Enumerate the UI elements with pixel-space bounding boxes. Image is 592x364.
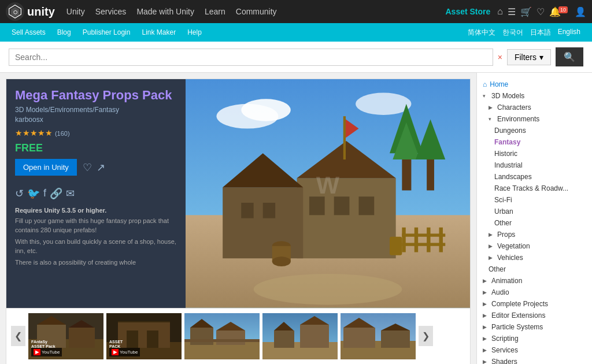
svg-rect-25 <box>415 228 418 252</box>
account-icon[interactable]: ☰ <box>508 6 516 17</box>
thumb-next-button[interactable]: ❯ <box>419 326 433 346</box>
link-maker-link[interactable]: Link Maker <box>142 28 176 36</box>
product-stars: ★★★★★ (160) <box>15 128 177 138</box>
thumbnail-4[interactable] <box>262 313 338 359</box>
sidebar-fantasy-label: Fantasy <box>494 138 520 146</box>
refresh-icon[interactable]: ↺ <box>15 187 24 200</box>
sell-assets-link[interactable]: Sell Assets <box>12 28 46 36</box>
lang-en[interactable]: English <box>558 28 580 38</box>
sidebar-other-env[interactable]: Other <box>477 217 592 229</box>
product-info-panel: Mega Fantasy Props Pack 3D Models/Enviro… <box>6 79 186 308</box>
svg-rect-13 <box>297 178 396 258</box>
sidebar-fantasy[interactable]: Fantasy <box>477 136 592 148</box>
filters-chevron-icon: ▾ <box>539 53 543 62</box>
sidebar-vegetation-label: Vegetation <box>497 242 530 250</box>
sidebar-urban[interactable]: Urban <box>477 206 592 217</box>
filters-button[interactable]: Filters ▾ <box>507 49 551 65</box>
sidebar-vehicles[interactable]: ▶ Vehicles <box>477 252 592 263</box>
wishlist-icon[interactable]: ♡ <box>536 6 545 17</box>
thumb-1-youtube-label: ▶ YouTube <box>31 348 62 356</box>
sidebar-editor-extensions[interactable]: ▶ Editor Extensions <box>477 310 592 321</box>
thumbnail-1[interactable]: ▶ YouTube FAntaSyASSET Pack <box>28 313 103 359</box>
email-share-icon[interactable]: ✉ <box>66 187 75 200</box>
sidebar-dungeons[interactable]: Dungeons <box>477 125 592 136</box>
search-clear-icon[interactable]: × <box>498 53 502 62</box>
thumb-prev-button[interactable]: ❮ <box>11 326 25 346</box>
svg-rect-51 <box>216 330 245 345</box>
notification-badge: 10 <box>558 6 568 13</box>
nav-services[interactable]: Services <box>95 7 127 16</box>
sidebar-3d-models[interactable]: ▾ 3D Models <box>477 90 592 102</box>
sidebar-environments[interactable]: ▾ Environments <box>477 113 592 125</box>
action-icons: ♡ ↗ <box>83 161 105 174</box>
notifications-icon[interactable]: 🔔10 <box>549 6 570 17</box>
search-button[interactable]: 🔍 <box>556 47 583 66</box>
thumb-3-image <box>184 313 260 359</box>
star-icons: ★★★★★ <box>15 128 53 138</box>
profile-icon[interactable]: 👤 <box>575 6 586 17</box>
nav-made-with-unity[interactable]: Made with Unity <box>136 7 194 16</box>
facebook-icon[interactable]: f <box>43 187 46 200</box>
nav-community[interactable]: Community <box>236 7 277 16</box>
sidebar-race-tracks[interactable]: Race Tracks & Roadw... <box>477 183 592 194</box>
thumbnail-2[interactable]: ▶ YouTube ASSETPACK <box>106 313 182 359</box>
product-top: Mega Fantasy Props Pack 3D Models/Enviro… <box>6 79 470 308</box>
svg-rect-58 <box>300 325 329 348</box>
requires-text: Requires Unity 5.3.5 or higher. <box>15 207 177 214</box>
sidebar-other-models[interactable]: Other <box>477 263 592 275</box>
svg-rect-28 <box>402 233 445 236</box>
blog-link[interactable]: Blog <box>57 28 71 36</box>
publisher-login-link[interactable]: Publisher Login <box>83 28 131 36</box>
chevron-right-icon-5: ▶ <box>483 278 489 284</box>
nav-learn[interactable]: Learn <box>205 7 225 16</box>
thumbnail-3[interactable] <box>184 313 260 359</box>
sidebar-particle-systems-label: Particle Systems <box>491 323 543 331</box>
svg-rect-26 <box>427 228 430 252</box>
sidebar-vegetation[interactable]: ▶ Vegetation <box>477 240 592 252</box>
lang-zh[interactable]: 简体中文 <box>468 28 495 38</box>
thumbnail-5[interactable] <box>341 313 416 359</box>
home-icon: ⌂ <box>483 80 487 88</box>
search-input[interactable] <box>9 49 493 66</box>
share-icon[interactable]: ↗ <box>97 161 105 174</box>
search-icon: 🔍 <box>564 52 575 62</box>
sidebar-characters[interactable]: ▶ Characters <box>477 102 592 113</box>
lang-ko[interactable]: 한국어 <box>502 28 523 38</box>
cart-icon[interactable]: 🛒 <box>520 6 532 17</box>
open-in-unity-button[interactable]: Open in Unity <box>15 159 77 176</box>
yt-logo-1: ▶ <box>34 349 40 355</box>
sidebar-animation[interactable]: ▶ Animation <box>477 275 592 287</box>
sidebar-scripting[interactable]: ▶ Scripting <box>477 333 592 344</box>
sidebar-particle-systems[interactable]: ▶ Particle Systems <box>477 321 592 333</box>
product-title: Mega Fantasy Props Pack <box>15 88 177 103</box>
sidebar-home[interactable]: ⌂ Home <box>477 79 592 90</box>
sidebar-complete-projects[interactable]: ▶ Complete Projects <box>477 298 592 310</box>
help-link[interactable]: Help <box>187 28 202 36</box>
nav-unity[interactable]: Unity <box>66 7 85 16</box>
link-icon[interactable]: 🔗 <box>50 187 62 200</box>
add-to-list-icon[interactable]: ♡ <box>83 161 92 174</box>
sidebar-audio[interactable]: ▶ Audio <box>477 287 592 298</box>
logo[interactable]: ⬡ unity <box>6 2 55 21</box>
sidebar-historic[interactable]: Historic <box>477 148 592 159</box>
svg-rect-53 <box>184 339 260 342</box>
sidebar-industrial[interactable]: Industrial <box>477 159 592 171</box>
svg-rect-33 <box>390 237 402 255</box>
sidebar-sci-fi[interactable]: Sci-Fi <box>477 194 592 206</box>
home-nav-icon[interactable]: ⌂ <box>497 6 503 17</box>
sidebar-landscapes[interactable]: Landscapes <box>477 171 592 183</box>
thumb-2-label: YouTube <box>120 350 138 355</box>
sidebar-services[interactable]: ▶ Services <box>477 344 592 356</box>
thumb-2-text: ASSETPACK <box>109 340 123 348</box>
twitter-icon[interactable]: 🐦 <box>27 187 40 200</box>
svg-rect-21 <box>263 203 275 218</box>
lang-ja[interactable]: 日本語 <box>530 28 551 38</box>
scene-svg: W <box>186 79 470 308</box>
svg-text:W: W <box>316 171 340 199</box>
sidebar-props[interactable]: ▶ Props <box>477 229 592 240</box>
asset-store-link[interactable]: Asset Store <box>446 7 491 16</box>
share-icons: ↺ 🐦 f 🔗 ✉ <box>15 187 177 200</box>
chevron-right-icon-4: ▶ <box>489 255 494 261</box>
product-publisher: karboosx <box>15 116 177 124</box>
sidebar-shaders[interactable]: ▶ Shaders <box>477 356 592 364</box>
